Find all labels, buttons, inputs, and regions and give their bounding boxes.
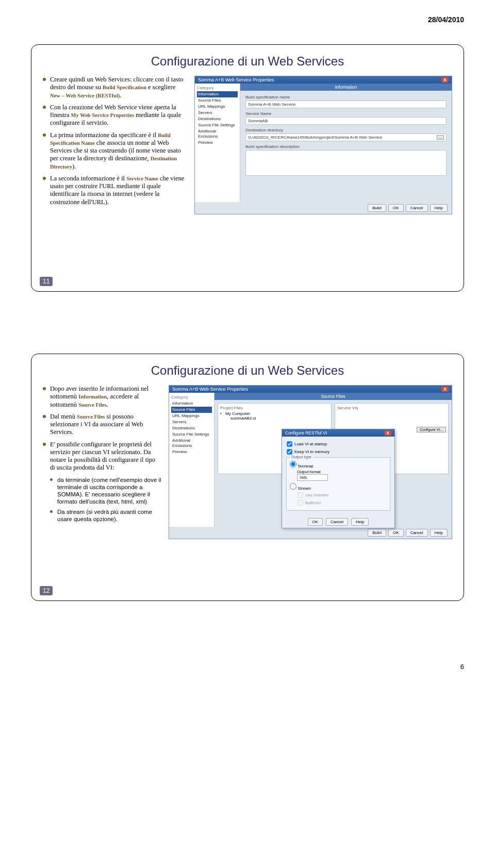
sidebar-item-additional-exclusions[interactable]: Additional Exclusions [171, 438, 212, 449]
sidebar-item-destinations[interactable]: Destinations [197, 116, 238, 122]
dialog-titlebar: Somma A+B Web Service Properties X [169, 386, 452, 393]
field-label: Build specification name [245, 95, 447, 99]
pane-header: Service VIs [337, 406, 446, 410]
dialog-titlebar: Configure RESTful VI X [282, 429, 394, 437]
browse-button[interactable]: ... [437, 135, 444, 140]
bullet-text: Da stream (si vedrà più avanti come usar… [57, 509, 152, 522]
ok-button[interactable]: OK [388, 204, 404, 212]
close-icon[interactable]: X [441, 77, 449, 82]
ok-button[interactable]: OK [388, 529, 404, 537]
content-tab-header: Information [240, 84, 452, 91]
page-number: 6 [31, 663, 464, 671]
help-button[interactable]: Help [351, 518, 369, 526]
content-tab-header: Source Files [214, 393, 452, 400]
bullet-text: E' possibile configurare le proprietà de… [50, 441, 155, 472]
slide-title: Configurazione di un Web Services [43, 363, 452, 378]
output-format-label: Output format [297, 470, 387, 474]
sub-bullet: Da stream (si vedrà più avanti come usar… [50, 508, 161, 523]
bullet-text: . [107, 401, 108, 408]
bullet-text: La prima informazione da specificare è i… [50, 131, 158, 139]
document-date: 28/04/2010 [31, 15, 464, 24]
keyword: My Web Service Properties [71, 112, 134, 118]
sidebar-item-url-mappings[interactable]: URL Mappings [171, 413, 212, 419]
tree-node-file[interactable]: sommaAB2.vi [220, 416, 329, 421]
checkbox-buffered: Buffered [297, 499, 387, 506]
destination-directory-input[interactable]: G:\AD2010_RICERCA\eee145\Build\myproject… [245, 133, 447, 141]
sidebar-item-preview[interactable]: Preview [171, 449, 212, 455]
sidebar-item-source-file-settings[interactable]: Source File Settings [171, 431, 212, 438]
sidebar-item-source-file-settings[interactable]: Source File Settings [197, 122, 238, 128]
sidebar-item-source-files[interactable]: Source Files [171, 407, 212, 413]
dialog-title: Configure RESTful VI [285, 430, 327, 436]
slide-text-column: Dopo aver inserito le informazioni nel s… [43, 385, 161, 544]
pane-header: Project Files [220, 406, 329, 410]
bullet-text: ). [72, 163, 76, 170]
screenshot-properties-dialog: Somma A+B Web Service Properties X Categ… [194, 76, 452, 214]
sidebar-item-servers[interactable]: Servers [197, 110, 238, 116]
sidebar-item-information[interactable]: Information [197, 91, 238, 97]
sidebar-item-preview[interactable]: Preview [197, 140, 238, 146]
bullet: La prima informazione da specificare è i… [43, 131, 187, 171]
cancel-button[interactable]: Cancel [326, 518, 348, 526]
build-button[interactable]: Build [368, 204, 386, 212]
sidebar-item-servers[interactable]: Servers [171, 419, 212, 425]
bullet-text: e scegliere [146, 84, 175, 91]
slide-title: Configurazione di un Web Services [43, 54, 452, 69]
keyword: Build Specification [103, 85, 146, 90]
build-spec-name-input[interactable]: Somma A+B Web Service [245, 101, 447, 108]
sidebar-item-url-mappings[interactable]: URL Mappings [197, 104, 238, 110]
help-button[interactable]: Help [430, 529, 448, 537]
field-label: Destination directory [245, 128, 447, 132]
bullet-text: Dal menù [50, 413, 77, 420]
build-button[interactable]: Build [368, 529, 386, 537]
dialog-titlebar: Somma A+B Web Service Properties X [195, 76, 452, 84]
slide-number: 11 [40, 277, 53, 286]
tree-node-root[interactable]: My Computer [220, 411, 329, 416]
close-icon[interactable]: X [441, 387, 449, 392]
screenshot-properties-dialog: Somma A+B Web Service Properties X Categ… [169, 385, 452, 539]
dialog-title: Somma A+B Web Service Properties [172, 387, 248, 392]
dialog-title: Somma A+B Web Service Properties [198, 77, 274, 82]
sidebar-item-information[interactable]: Information [171, 400, 212, 407]
field-label: Build specification description [245, 144, 447, 149]
dialog-sidebar: Category Information Source Files URL Ma… [195, 84, 240, 202]
cancel-button[interactable]: Cancel [406, 204, 428, 212]
slide-11: Configurazione di un Web Services Creare… [31, 44, 464, 292]
sidebar-header: Category [197, 86, 238, 90]
sidebar-item-additional-exclusions[interactable]: Additional Exclusions [197, 128, 238, 140]
keyword: Information [78, 394, 107, 399]
bullet-text: da terminale (come nell'esempio dove il … [57, 477, 161, 505]
keyword: New→Web Service (RESTful) [50, 93, 120, 98]
radio-terminal[interactable]: Terminal [290, 461, 387, 469]
keyword: Service Name [126, 176, 158, 181]
sidebar-item-destinations[interactable]: Destinations [171, 425, 212, 431]
description-textarea[interactable] [245, 150, 447, 176]
slide-text-column: Creare quindi un Web Services: cliccare … [43, 76, 187, 220]
keyword: Source Files [78, 402, 106, 408]
keyword: Source Files [77, 414, 105, 420]
configure-restful-vi-dialog: Configure RESTful VI X Load VI at startu… [282, 429, 395, 528]
bullet-text: . [120, 92, 121, 99]
checkbox-use-headers: Use headers [297, 492, 387, 498]
slide-number: 12 [40, 586, 53, 595]
field-label: Service Name [245, 111, 447, 116]
slide-12: Configurazione di un Web Services Dopo a… [31, 354, 464, 601]
checkbox-load-startup[interactable]: Load VI at startup [286, 441, 390, 447]
bullet: La seconda informazione è il Service Nam… [43, 175, 187, 206]
configure-vi-button[interactable]: Configure VI... [417, 427, 446, 432]
help-button[interactable]: Help [430, 204, 448, 212]
bullet: Con la creazione del Web Service viene a… [43, 104, 187, 127]
bullet: Dal menù Source Files si possono selezio… [43, 413, 161, 437]
bullet-text: La seconda informazione è il [50, 175, 126, 182]
cancel-button[interactable]: Cancel [406, 529, 428, 537]
radio-stream[interactable]: Stream [290, 483, 387, 491]
sidebar-header: Category [171, 395, 212, 399]
group-title: Output type [290, 455, 313, 459]
service-name-input[interactable]: SommaAB [245, 117, 447, 125]
close-icon[interactable]: X [384, 430, 391, 436]
output-format-select[interactable]: XML [297, 474, 328, 481]
bullet: Creare quindi un Web Services: cliccare … [43, 76, 187, 99]
bullet: Dopo aver inserito le informazioni nel s… [43, 385, 161, 409]
sidebar-item-source-files[interactable]: Source Files [197, 97, 238, 104]
ok-button[interactable]: OK [308, 518, 323, 526]
